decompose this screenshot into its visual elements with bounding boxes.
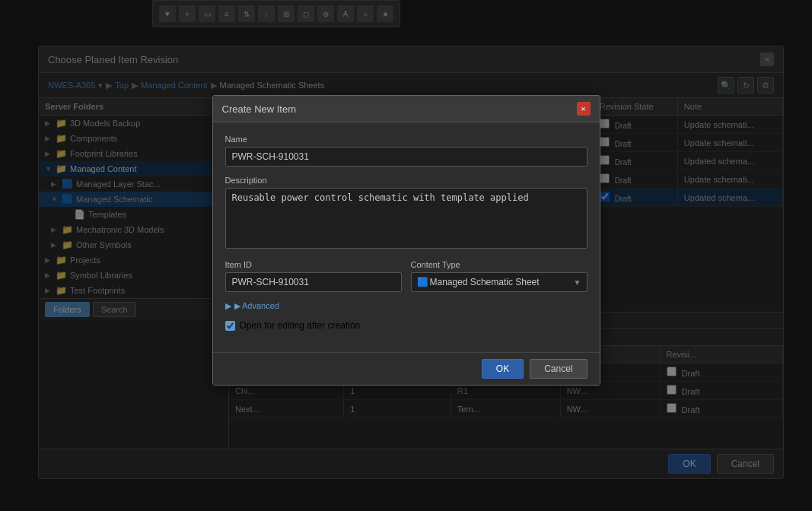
- advanced-label: ▶ Advanced: [234, 301, 279, 311]
- modal-overlay: Create New Item × Name Description Reusa…: [0, 0, 812, 511]
- modal-body: Name Description Reusable power control …: [213, 122, 600, 352]
- content-type-select[interactable]: Managed Schematic Sheet: [411, 272, 588, 292]
- description-label: Description: [225, 176, 588, 185]
- modal-cancel-button[interactable]: Cancel: [530, 359, 587, 379]
- open-after-checkbox[interactable]: [225, 321, 235, 331]
- name-input[interactable]: [225, 147, 588, 167]
- modal-header: Create New Item ×: [213, 96, 600, 122]
- description-textarea[interactable]: Reusable power control schematic with te…: [225, 188, 588, 249]
- advanced-section[interactable]: ▶ ▶ Advanced: [225, 301, 588, 311]
- modal-footer: OK Cancel: [213, 352, 600, 385]
- modal-ok-button[interactable]: OK: [482, 359, 524, 379]
- open-after-label: Open for editing after creation: [240, 320, 361, 331]
- name-label: Name: [225, 135, 588, 144]
- create-new-item-modal: Create New Item × Name Description Reusa…: [212, 95, 600, 386]
- content-type-wrapper: 🟦 Managed Schematic Sheet ▼: [411, 272, 588, 292]
- item-id-col: Item ID: [225, 260, 402, 292]
- content-type-icon: 🟦: [417, 277, 428, 287]
- item-id-label: Item ID: [225, 260, 402, 269]
- content-type-label: Content Type: [411, 260, 588, 269]
- modal-close-button[interactable]: ×: [577, 102, 591, 116]
- content-type-col: Content Type 🟦 Managed Schematic Sheet ▼: [411, 260, 588, 292]
- modal-title: Create New Item: [222, 103, 297, 115]
- advanced-arrow-icon: ▶: [225, 301, 231, 311]
- form-row-ids: Item ID Content Type 🟦 Managed Schematic…: [225, 260, 588, 292]
- checkbox-row: Open for editing after creation: [225, 320, 588, 331]
- item-id-input[interactable]: [225, 272, 402, 292]
